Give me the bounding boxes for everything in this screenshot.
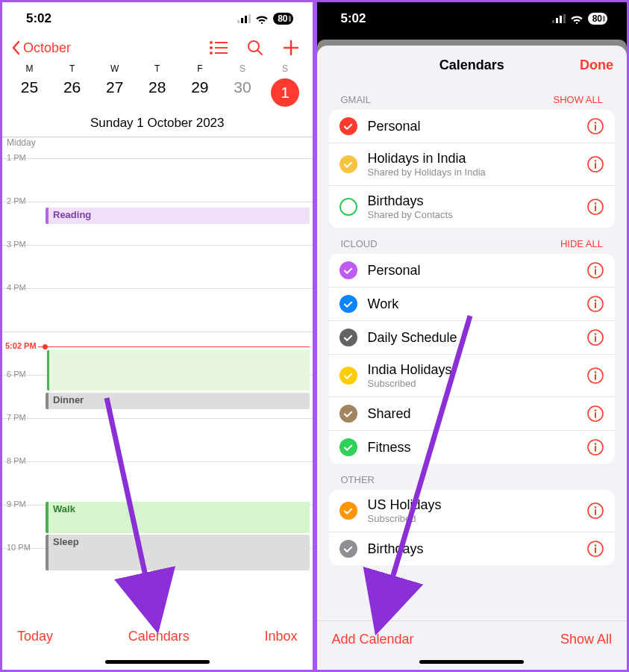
info-icon[interactable]	[586, 405, 604, 423]
today-button[interactable]: Today	[17, 629, 53, 644]
section-header-other: OTHER	[317, 464, 628, 490]
info-icon[interactable]	[586, 117, 604, 135]
info-icon[interactable]	[586, 329, 604, 346]
info-icon[interactable]	[586, 502, 604, 520]
svg-point-8	[210, 52, 213, 55]
info-icon[interactable]	[586, 367, 604, 385]
info-icon[interactable]	[586, 295, 604, 313]
add-event-button[interactable]	[283, 40, 299, 56]
home-indicator[interactable]	[105, 660, 210, 664]
calendar-checkbox[interactable]	[339, 261, 357, 279]
calendar-item[interactable]: Fitness	[329, 430, 616, 464]
calendar-checkbox[interactable]	[339, 117, 357, 135]
svg-rect-9	[215, 52, 228, 54]
weekday: W	[93, 63, 136, 77]
phone-calendars-sheet: 5:02 80 Calendars Done GMAILSHOW ALLPers…	[315, 0, 630, 672]
calendar-text: US HolidaysSubscribed	[368, 497, 577, 524]
date[interactable]: 26	[51, 78, 93, 107]
weekday-row: M T W T F S S	[2, 63, 313, 77]
calendar-item[interactable]: Personal	[329, 110, 616, 143]
status-icons: 80	[552, 13, 607, 25]
calendar-checkbox[interactable]	[339, 438, 357, 456]
done-button[interactable]: Done	[580, 57, 613, 73]
info-icon[interactable]	[586, 155, 604, 173]
calendar-item[interactable]: BirthdaysShared by Contacts	[329, 185, 616, 228]
calendar-item[interactable]: Shared	[329, 396, 616, 430]
calendar-name: Birthdays	[368, 193, 577, 209]
cellular-icon	[552, 14, 566, 23]
now-indicator-line	[38, 346, 310, 347]
calendar-item[interactable]: Daily Schedule	[329, 320, 616, 354]
hour-label: 2 PM	[7, 196, 26, 205]
date-selected[interactable]: 1	[263, 78, 306, 107]
info-icon[interactable]	[586, 540, 604, 558]
calendar-checkbox[interactable]	[339, 155, 357, 173]
calendar-item[interactable]: Birthdays	[329, 532, 616, 565]
hour-label: 10 PM	[7, 543, 31, 552]
calendar-checkbox[interactable]	[339, 198, 357, 216]
calendar-text: Shared	[368, 406, 577, 422]
calendar-list-icloud: PersonalWorkDaily ScheduleIndia Holidays…	[329, 254, 616, 464]
event-walk[interactable]: Walk	[46, 502, 310, 533]
svg-rect-5	[215, 42, 228, 43]
event-block[interactable]	[47, 350, 310, 391]
search-button[interactable]	[247, 40, 263, 56]
date[interactable]: 27	[93, 78, 136, 107]
svg-rect-27	[595, 205, 596, 211]
date[interactable]: 25	[8, 78, 51, 107]
event-sleep[interactable]: Sleep	[46, 535, 310, 570]
calendar-item[interactable]: India HolidaysSubscribed	[329, 354, 616, 396]
calendar-checkbox[interactable]	[339, 295, 357, 313]
sheet-title: Calendars	[439, 57, 504, 73]
add-calendar-button[interactable]: Add Calendar	[332, 632, 414, 647]
back-label: October	[23, 40, 71, 56]
svg-point-20	[595, 122, 597, 124]
inbox-button[interactable]: Inbox	[264, 629, 297, 644]
weekday: F	[178, 63, 221, 77]
calendar-checkbox[interactable]	[339, 405, 357, 423]
calendars-button[interactable]: Calendars	[128, 629, 190, 644]
show-all-button[interactable]: Show All	[560, 632, 612, 647]
svg-point-26	[595, 202, 597, 205]
calendar-name: Personal	[368, 119, 577, 134]
date[interactable]: 28	[136, 78, 178, 107]
calendar-header: October	[2, 35, 313, 63]
midday-label: Midday	[7, 137, 36, 148]
status-bar: 5:02 80	[317, 2, 628, 35]
battery-icon: 80	[588, 13, 607, 25]
section-action[interactable]: HIDE ALL	[560, 238, 603, 249]
sheet-body[interactable]: GMAILSHOW ALLPersonalHolidays in IndiaSh…	[317, 84, 628, 620]
date[interactable]: 30	[221, 78, 263, 107]
back-button[interactable]: October	[11, 40, 71, 56]
calendar-checkbox[interactable]	[339, 329, 357, 346]
calendar-item[interactable]: Holidays in IndiaShared by Holidays in I…	[329, 143, 616, 185]
schedule-view[interactable]: Midday 1 PM 2 PM 3 PM 4 PM 6 PM 7 PM 8 P…	[2, 137, 313, 594]
calendar-checkbox[interactable]	[339, 540, 357, 558]
info-icon[interactable]	[586, 198, 604, 216]
calendar-item[interactable]: Personal	[329, 254, 616, 287]
calendar-item[interactable]: Work	[329, 287, 616, 320]
section-header-gmail: GMAILSHOW ALL	[317, 84, 628, 110]
home-indicator[interactable]	[419, 660, 524, 664]
date[interactable]: 29	[178, 78, 221, 107]
section-action[interactable]: SHOW ALL	[554, 94, 603, 105]
svg-point-32	[595, 299, 597, 302]
calendar-name: Birthdays	[368, 541, 577, 557]
info-icon[interactable]	[586, 438, 604, 456]
calendar-checkbox[interactable]	[339, 367, 357, 385]
event-reading[interactable]: Reading	[46, 208, 310, 224]
calendar-item[interactable]: US HolidaysSubscribed	[329, 490, 616, 532]
calendar-subtitle: Subscribed	[368, 378, 577, 389]
status-time: 5:02	[26, 11, 51, 26]
list-view-button[interactable]	[210, 41, 228, 55]
svg-rect-0	[237, 20, 240, 23]
info-icon[interactable]	[586, 261, 604, 279]
calendar-checkbox[interactable]	[339, 502, 357, 520]
event-dinner[interactable]: Dinner	[46, 393, 310, 409]
status-icons: 80	[237, 13, 292, 25]
svg-rect-24	[595, 163, 596, 169]
svg-point-29	[595, 266, 597, 268]
hour-label: 3 PM	[7, 240, 26, 249]
svg-rect-39	[595, 374, 596, 380]
svg-rect-1	[241, 18, 243, 23]
